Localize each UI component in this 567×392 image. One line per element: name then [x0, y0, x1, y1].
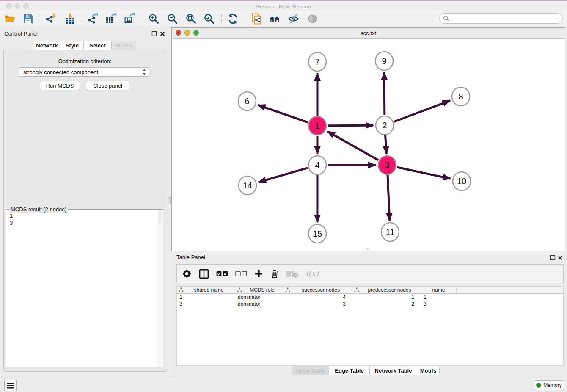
- show-column-icon[interactable]: [199, 268, 209, 280]
- task-history-button[interactable]: [4, 380, 17, 391]
- node-label: 1: [315, 121, 319, 130]
- node-10[interactable]: 10: [453, 172, 471, 190]
- show-all-icon[interactable]: [306, 12, 319, 25]
- search-box[interactable]: [439, 13, 563, 24]
- first-neighbors-icon[interactable]: [268, 12, 281, 25]
- hide-selected-icon[interactable]: [286, 12, 300, 25]
- cell-predecessor-nodes[interactable]: 1: [352, 294, 421, 301]
- tab-mcds[interactable]: MCDS: [112, 41, 136, 50]
- cell-successor-nodes[interactable]: 4: [284, 294, 352, 301]
- node-8[interactable]: 8: [452, 87, 470, 106]
- toolbar-separator: [81, 14, 81, 24]
- edge-3-11[interactable]: [388, 175, 390, 221]
- mcds-result-box: 13: [6, 209, 163, 367]
- node-label: 7: [315, 57, 319, 66]
- edge-1-6[interactable]: [258, 105, 308, 122]
- memory-button[interactable]: Memory: [534, 380, 564, 390]
- search-input[interactable]: [451, 14, 562, 23]
- close-panel-button[interactable]: Close panel: [86, 81, 129, 90]
- optimization-criterion-dropdown[interactable]: strongly connected component: [19, 67, 149, 77]
- cell-MCDS-role[interactable]: dominator: [235, 301, 284, 307]
- control-panel-float-icon[interactable]: [151, 30, 157, 38]
- edge-3-10[interactable]: [397, 167, 450, 179]
- node-15[interactable]: 15: [308, 224, 326, 243]
- table-panel-title: Table Panel: [176, 254, 205, 260]
- import-table-icon[interactable]: [63, 12, 77, 25]
- column-header-name[interactable]: name: [421, 287, 457, 293]
- canvas-splitter-handle[interactable]: [366, 248, 369, 250]
- delete-row-icon[interactable]: [270, 268, 279, 280]
- edge-1-2[interactable]: [328, 125, 373, 126]
- node-label: 3: [385, 160, 389, 170]
- new-network-from-selection-icon[interactable]: [250, 12, 263, 25]
- memory-label: Memory: [543, 382, 561, 388]
- node-4[interactable]: 4: [308, 156, 326, 174]
- cell-name[interactable]: 1: [421, 294, 457, 301]
- tab-style[interactable]: Style: [61, 41, 84, 50]
- cell-shared-name[interactable]: 3: [177, 301, 235, 307]
- edge-2-8[interactable]: [394, 101, 450, 122]
- fit-content-icon[interactable]: [184, 12, 198, 25]
- delete-table-icon[interactable]: [286, 268, 298, 280]
- tab-edge-table[interactable]: Edge Table: [329, 366, 370, 375]
- tab-motifs[interactable]: Motifs: [417, 366, 439, 375]
- node-1[interactable]: 1: [308, 116, 326, 135]
- deselect-all-rows-icon[interactable]: [235, 268, 247, 280]
- node-label: 6: [245, 97, 249, 106]
- save-session-icon[interactable]: [21, 12, 35, 25]
- table-toolbar: f(x): [176, 264, 564, 283]
- node-3[interactable]: 3: [378, 156, 396, 174]
- cell-predecessor-nodes[interactable]: 2: [352, 301, 421, 307]
- result-scrollbar[interactable]: [158, 210, 162, 367]
- open-session-icon[interactable]: [3, 12, 17, 25]
- edge-2-9[interactable]: [384, 72, 385, 115]
- tab-node-table[interactable]: Node Table: [292, 366, 329, 375]
- tab-network[interactable]: Network: [33, 41, 61, 50]
- node-9[interactable]: 9: [375, 52, 393, 70]
- tab-network-table[interactable]: Network Table: [370, 366, 417, 375]
- import-network-icon[interactable]: [44, 12, 57, 25]
- network-window-title: scc.txt: [172, 30, 565, 36]
- optimization-criterion-label: Optimization criterion:: [0, 58, 170, 64]
- refresh-icon[interactable]: [226, 12, 239, 25]
- run-mcds-button[interactable]: Run MCDS: [40, 81, 80, 90]
- panel-splitter-handle[interactable]: [168, 197, 171, 204]
- node-7[interactable]: 7: [308, 52, 326, 71]
- edge-4-14[interactable]: [259, 168, 308, 182]
- table-panel-close-icon[interactable]: [558, 254, 563, 262]
- settings-icon[interactable]: [182, 268, 192, 280]
- cell-shared-name[interactable]: 1: [177, 294, 235, 301]
- node-14[interactable]: 14: [239, 176, 256, 195]
- network-canvas[interactable]: 7968124314101511: [172, 39, 565, 251]
- toolbar-separator: [221, 14, 222, 24]
- toolbar-separator: [39, 14, 39, 24]
- edge-2-3[interactable]: [385, 135, 387, 154]
- column-header-MCDS-role[interactable]: MCDS role: [235, 287, 284, 293]
- column-header-successor-nodes[interactable]: successor nodes: [284, 287, 352, 293]
- node-2[interactable]: 2: [376, 116, 394, 135]
- cell-name[interactable]: 3: [421, 301, 457, 307]
- table-panel-float-icon[interactable]: [550, 254, 556, 262]
- column-header-shared-name[interactable]: shared name: [177, 287, 235, 293]
- export-table-icon[interactable]: [104, 12, 118, 25]
- cell-successor-nodes[interactable]: 3: [284, 301, 352, 307]
- export-network-icon[interactable]: [86, 12, 99, 25]
- zoom-in-icon[interactable]: [147, 12, 160, 25]
- node-6[interactable]: 6: [238, 92, 256, 110]
- zoom-selected-icon[interactable]: [202, 12, 216, 25]
- zoom-out-icon[interactable]: [165, 12, 179, 25]
- edge-3-1[interactable]: [328, 131, 379, 160]
- cell-MCDS-role[interactable]: dominator: [235, 294, 284, 301]
- control-panel-close-icon[interactable]: [160, 30, 165, 38]
- table-row[interactable]: 3dominator323: [177, 301, 563, 307]
- add-row-icon[interactable]: [254, 268, 263, 280]
- column-header-predecessor-nodes[interactable]: predecessor nodes: [352, 287, 421, 293]
- select-all-rows-icon[interactable]: [216, 268, 228, 280]
- table-body[interactable]: 1dominator4113dominator323: [176, 294, 564, 366]
- table-row[interactable]: 1dominator411: [177, 294, 563, 301]
- dropdown-value: strongly connected component: [23, 69, 142, 75]
- tab-select[interactable]: Select: [84, 41, 112, 50]
- function-builder-icon[interactable]: f(x): [306, 268, 319, 280]
- node-11[interactable]: 11: [381, 223, 399, 241]
- export-image-icon[interactable]: [123, 12, 136, 25]
